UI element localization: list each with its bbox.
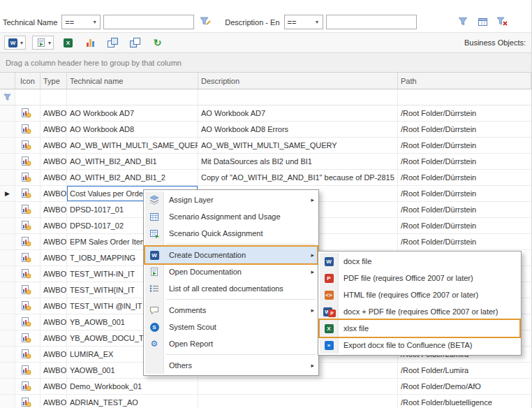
awbo-icon (20, 237, 32, 247)
menu-item-label: xlsx file (338, 324, 508, 333)
apply-filter-button[interactable] (455, 14, 471, 29)
awbo-icon (20, 156, 32, 166)
row-technical-name[interactable]: ADRIAN_TEST_AO (67, 395, 198, 408)
submenu-arrow-icon: ▸ (306, 252, 317, 258)
scenario-grid-icon (149, 212, 161, 221)
menu-item-assign-layer[interactable]: Assign Layer▸ (145, 191, 317, 208)
row-description (198, 395, 398, 408)
copy-grid2-button[interactable] (127, 36, 143, 49)
menu-item-label: Assign Layer (163, 196, 306, 204)
group-by-bar[interactable]: Drag a column header here to group by th… (0, 53, 531, 73)
row-type: AWBO (40, 314, 67, 330)
submenu-item-html-file-requires-office-2007-or-later[interactable]: <>HTML file (requires Office 2007 or lat… (320, 286, 519, 303)
row-type-icon-cell (15, 234, 40, 249)
filter-editor-button[interactable] (197, 14, 214, 29)
technical-name-operator-combo[interactable]: == ▾ (61, 15, 101, 29)
menu-item-icon-area: WP (320, 307, 338, 316)
submenu-item-docx-pdf-file-requires-office-2007-or-later[interactable]: WPdocx + PDF file (requires Office 2007 … (320, 303, 519, 320)
row-path: /Root Folder/bluetelligence (398, 395, 531, 408)
menu-item-icon-area (145, 267, 163, 277)
create-doc-icon: W (149, 250, 161, 260)
row-type-icon-cell (15, 138, 40, 153)
menu-item-system-scout[interactable]: SSystem Scout (145, 319, 317, 335)
filter-cell-icon[interactable] (15, 89, 40, 105)
menu-item-icon-area: W (145, 250, 163, 260)
filter-cell-technical-name[interactable] (67, 89, 198, 105)
menu-item-scenario-quick-assignment[interactable]: Scenario Quick Assignment (145, 225, 317, 242)
table-row[interactable]: AWBOAO Workbook AD8AO Workbook AD8 Error… (0, 122, 531, 138)
description-filter-label: Description - En (225, 18, 281, 29)
menu-item-label: PDF file (requires Office 2007 or later) (338, 274, 508, 282)
table-row[interactable]: AWBODemo_Workbook_01/Root Folder/Demo/Af… (0, 379, 531, 395)
row-technical-name[interactable]: AO Workbook AD7 (67, 105, 198, 121)
app-window: Technical Name == ▾ Description - En == … (0, 0, 532, 408)
chart-button[interactable] (82, 36, 98, 49)
menu-separator (166, 244, 316, 245)
row-indicator (0, 330, 15, 346)
row-technical-name[interactable]: AO_WITH_BI2_AND_BI1_2 (67, 170, 198, 185)
column-header-icon[interactable]: Icon (15, 73, 40, 89)
table-row[interactable]: AWBOADRIAN_TEST_AO/Root Folder/bluetelli… (0, 395, 531, 408)
row-indicator (0, 218, 15, 233)
table-row[interactable]: AWBOAO_WITH_BI2_AND_BI1Mit DataSources a… (0, 154, 531, 170)
menu-item-label: docx file (338, 257, 508, 265)
filter-cell-description[interactable] (198, 89, 398, 105)
row-description: AO Workbook AD8 Errors (198, 122, 398, 137)
filter-cell-type[interactable] (40, 89, 67, 105)
create-docx-button[interactable]: W▾ (4, 36, 26, 50)
menu-item-scenario-assignment-and-usage[interactable]: Scenario Assignment and Usage (145, 208, 317, 225)
filter-panel-button[interactable] (474, 14, 491, 29)
menu-item-create-documentation[interactable]: WCreate Documentation▸ (145, 247, 317, 263)
awbo-icon (20, 381, 32, 391)
funnel-clear-icon (496, 17, 508, 27)
menu-separator (166, 299, 316, 300)
row-technical-name[interactable]: AO_WB_WITH_MULTI_SAME_QUERY (67, 138, 198, 153)
menu-item-label: System Scout (163, 323, 306, 331)
excel-export-button[interactable]: X (60, 36, 76, 49)
column-header-description[interactable]: Description (198, 73, 398, 89)
create-docx-icon: W (7, 38, 19, 48)
docx-pdf-icon: WP (323, 307, 335, 316)
filter-cell-path[interactable] (398, 89, 531, 105)
menu-item-label: HTML file (requires Office 2007 or later… (338, 291, 508, 299)
copy-grid-button[interactable] (105, 36, 121, 49)
menu-item-others[interactable]: Others▸ (145, 357, 317, 374)
open-docx-button[interactable]: ▾ (32, 36, 54, 50)
table-row[interactable]: AWBOAO_WITH_BI2_AND_BI1_2Copy of "AO_WIT… (0, 170, 531, 186)
row-technical-name[interactable]: AO_WITH_BI2_AND_BI1 (67, 154, 198, 169)
refresh-button[interactable]: ↻ (149, 36, 165, 49)
menu-item-icon-area (145, 228, 163, 238)
funnel-icon (3, 94, 11, 101)
menu-item-comments[interactable]: Comments▸ (145, 302, 317, 319)
awbo-icon (20, 189, 32, 198)
column-header-path[interactable]: Path (398, 73, 531, 89)
description-filter-input[interactable] (326, 15, 417, 29)
row-path: /Root Folder/Dürrstein (398, 154, 531, 169)
row-type: AWBO (40, 186, 67, 201)
awbo-icon (20, 173, 32, 182)
menu-item-list-of-all-created-documentations[interactable]: List of all created documentations (145, 280, 317, 297)
menu-item-open-documentation[interactable]: Open Documentation▸ (145, 263, 317, 280)
row-type: AWBO (40, 282, 67, 298)
menu-item-icon-area (145, 284, 163, 293)
submenu-item-xlsx-file[interactable]: Xxlsx file (320, 320, 519, 337)
row-technical-name[interactable]: Demo_Workbook_01 (67, 379, 198, 394)
row-type-icon-cell (15, 330, 40, 346)
submenu-item-docx-file[interactable]: Wdocx file (320, 253, 519, 270)
menu-item-open-report[interactable]: ⚙Open Report (145, 335, 317, 352)
row-description: Mit DataSources als BI2 und BI1 (198, 154, 398, 169)
row-technical-name[interactable]: AO Workbook AD8 (67, 122, 198, 137)
table-row[interactable]: AWBOAO_WB_WITH_MULTI_SAME_QUERYAO_WB_WIT… (0, 138, 531, 154)
row-indicator (0, 202, 15, 217)
table-row[interactable]: AWBOAO Workbook AD7AO Workbook AD7/Root … (0, 105, 531, 122)
menu-item-icon-area (145, 305, 163, 315)
awbo-icon (20, 333, 32, 343)
technical-name-filter-input[interactable] (103, 15, 194, 29)
description-operator-combo[interactable]: == ▾ (284, 15, 323, 29)
submenu-item-pdf-file-requires-office-2007-or-later[interactable]: PPDF file (requires Office 2007 or later… (320, 270, 519, 286)
column-header-type[interactable]: Type (40, 73, 67, 89)
column-header-technical-name[interactable]: Technical name (67, 73, 198, 89)
toolbar-buttons: W▾▾X↻ (4, 36, 165, 50)
clear-filter-button[interactable] (494, 14, 510, 29)
submenu-item-export-docx-file-to-confluence-beta[interactable]: »Export docx file to Confluence (BETA) (320, 337, 519, 354)
